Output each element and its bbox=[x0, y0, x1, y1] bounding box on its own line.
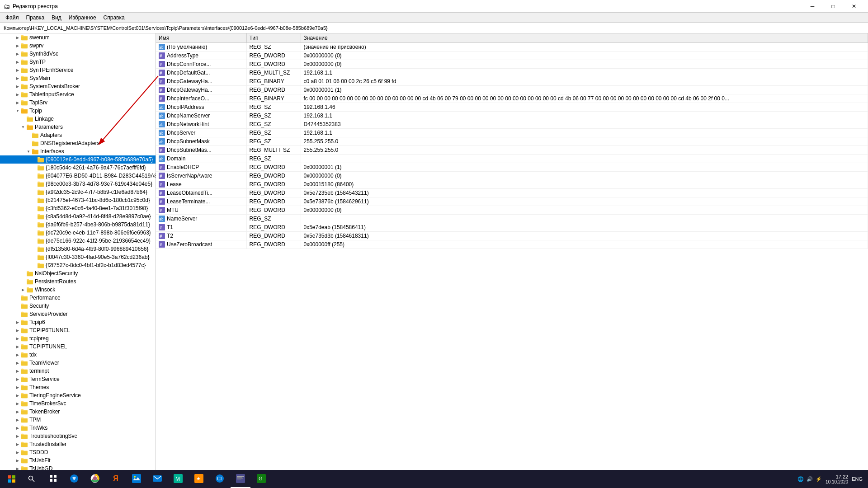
tree-toggle-systemeventsbkr[interactable] bbox=[14, 83, 21, 89]
tree-item-guid6[interactable]: {b21475ef-4673-41bc-8d6c-180cb1c95c0d} bbox=[0, 196, 156, 204]
tree-item-tcpip6[interactable]: Tcpip6 bbox=[0, 318, 156, 326]
table-row[interactable]: ab DhcpIPAddress REG_SZ 192.168.1.46 bbox=[156, 103, 868, 112]
table-row[interactable]: ab DhcpNameServer REG_SZ 192.168.1.1 bbox=[156, 112, 868, 120]
close-button[interactable]: ✕ bbox=[844, 0, 864, 13]
tree-toggle-themes[interactable] bbox=[14, 384, 21, 390]
table-row[interactable]: # EnableDHCP REG_DWORD 0x00000001 (1) bbox=[156, 163, 868, 172]
tree-toggle-tpm[interactable] bbox=[14, 417, 21, 423]
table-row[interactable]: # DhcpSubnetMas... REG_MULTI_SZ 255.255.… bbox=[156, 146, 868, 155]
tree-item-tcpip[interactable]: Tcpip bbox=[0, 107, 156, 115]
yandex-icon[interactable]: Я bbox=[106, 470, 126, 488]
table-row[interactable]: ab Domain REG_SZ bbox=[156, 155, 868, 163]
tree-item-tsddd[interactable]: TSDDD bbox=[0, 448, 156, 456]
tree-item-synth3dvsc[interactable]: Synth3dVsc bbox=[0, 50, 156, 58]
menu-file[interactable]: Файл bbox=[2, 14, 23, 22]
tree-item-guid11[interactable]: {de75c166-922c-41f2-95be-21936654ec49} bbox=[0, 237, 156, 245]
tree-item-nsiobjectsecurity[interactable]: NsiObjectSecurity bbox=[0, 269, 156, 277]
tree-item-guid12[interactable]: {df513580-6d4a-4fb9-80f0-996889410656} bbox=[0, 245, 156, 253]
table-row[interactable]: # LeaseObtainedTi... REG_DWORD 0x5e7235e… bbox=[156, 189, 868, 197]
table-row[interactable]: # IsServerNapAware REG_DWORD 0x00000000 … bbox=[156, 172, 868, 180]
tree-toggle-winsock[interactable] bbox=[20, 286, 26, 293]
tree-toggle-tokenbroker[interactable] bbox=[14, 408, 21, 415]
app-orange-icon[interactable]: ★ bbox=[189, 470, 209, 488]
tree-item-themes[interactable]: Themes bbox=[0, 383, 156, 391]
tree-item-serviceprovider[interactable]: ServiceProvider bbox=[0, 310, 156, 318]
tree-item-tcpiptunnel[interactable]: TCPIPTUNNEL bbox=[0, 343, 156, 351]
tree-toggle-swenum[interactable] bbox=[14, 34, 21, 41]
tree-item-terminpt[interactable]: terminpt bbox=[0, 367, 156, 375]
tree-item-winsock[interactable]: Winsock bbox=[0, 286, 156, 294]
tree-toggle-termservice[interactable] bbox=[14, 376, 21, 382]
table-row[interactable]: # MTU REG_DWORD 0x00000000 (0) bbox=[156, 206, 868, 215]
tree-toggle-synth3dvsc[interactable] bbox=[14, 51, 21, 57]
tree-toggle-syntpenhservice[interactable] bbox=[14, 67, 21, 73]
tree-item-guid1[interactable]: {090012e6-0edd-4967-b08e-585b689e70a5} bbox=[0, 155, 156, 164]
menu-view[interactable]: Вид bbox=[48, 14, 65, 22]
tree-item-guid3[interactable]: {604077E6-BD50-4D11-B984-D283C44519A8} bbox=[0, 172, 156, 180]
table-row[interactable]: ab (По умолчанию) REG_SZ (значение не пр… bbox=[156, 43, 868, 52]
blue-circle-icon[interactable]: Cl bbox=[210, 470, 230, 488]
tree-item-parameters[interactable]: Parameters bbox=[0, 123, 156, 131]
photos-icon[interactable] bbox=[127, 470, 146, 488]
tree-item-tcpipreg[interactable]: tcpipreg bbox=[0, 334, 156, 343]
table-row[interactable]: # LeaseTerminate... REG_DWORD 0x5e73876b… bbox=[156, 197, 868, 206]
table-row[interactable]: # DhcpGatewayHa... REG_BINARY c0 a8 01 0… bbox=[156, 77, 868, 86]
tree-toggle-tabletinputservice[interactable] bbox=[14, 91, 21, 98]
tree-toggle-troubleshootingsvc[interactable] bbox=[14, 433, 21, 439]
table-row[interactable]: # UseZeroBroadcast REG_DWORD 0x000000ff … bbox=[156, 240, 868, 249]
tree-toggle-tcpiptunnel[interactable] bbox=[14, 343, 21, 350]
tree-toggle-tsusbfit[interactable] bbox=[14, 457, 21, 464]
table-row[interactable]: # DhcpGatewayHa... REG_DWORD 0x00000001 … bbox=[156, 86, 868, 94]
search-button[interactable] bbox=[22, 470, 42, 488]
table-row[interactable]: ab DhcpServer REG_SZ 192.168.1.1 bbox=[156, 129, 868, 137]
tree-item-guid9[interactable]: {da6f6fb9-b257-4be3-806b-b9875da81d11} bbox=[0, 221, 156, 229]
chrome-icon[interactable] bbox=[85, 470, 105, 488]
tree-item-syntpenhservice[interactable]: SynTPEnhService bbox=[0, 66, 156, 74]
tree-toggle-timebrokersvc[interactable] bbox=[14, 400, 21, 407]
table-row[interactable]: # T2 REG_DWORD 0x5e735d3b (1584618311) bbox=[156, 232, 868, 240]
tree-toggle-interfaces[interactable] bbox=[25, 148, 32, 155]
tree-toggle-trkwks[interactable] bbox=[14, 425, 21, 431]
tree-item-troubleshootingsvc[interactable]: TroubleshootingSvc bbox=[0, 432, 156, 440]
tree-toggle-teamviewer[interactable] bbox=[14, 360, 21, 366]
table-row[interactable]: # DhcpInterfaceO... REG_BINARY fc 00 00 … bbox=[156, 94, 868, 103]
start-button[interactable] bbox=[2, 470, 22, 488]
tree-item-timebrokersvc[interactable]: TimeBrokerSvc bbox=[0, 399, 156, 408]
tree-item-sysmain[interactable]: SysMain bbox=[0, 74, 156, 82]
table-row[interactable]: # T1 REG_DWORD 0x5e7deab (1584586411) bbox=[156, 223, 868, 232]
tree-item-tabletinputservice[interactable]: TabletInputService bbox=[0, 90, 156, 99]
tree-item-tsusbgd[interactable]: TsUsbGD bbox=[0, 465, 156, 470]
tree-toggle-tapisrv[interactable] bbox=[14, 99, 21, 106]
menu-help[interactable]: Справка bbox=[100, 14, 128, 22]
registry-editor-icon[interactable] bbox=[231, 470, 250, 488]
tree-toggle-tcpip[interactable] bbox=[14, 108, 21, 114]
tree-item-guid4[interactable]: {98ce00e3-3b73-4d78-93e7-619c434e04e5} bbox=[0, 180, 156, 188]
tree-toggle-tsddd[interactable] bbox=[14, 449, 21, 455]
tree-toggle-tdx[interactable] bbox=[14, 352, 21, 358]
tree-toggle-swprv[interactable] bbox=[14, 42, 21, 49]
browser-icon[interactable] bbox=[64, 470, 84, 488]
tree-item-syntp[interactable]: SynTP bbox=[0, 58, 156, 66]
minimize-button[interactable]: ─ bbox=[802, 0, 823, 13]
tree-item-adapters[interactable]: Adapters bbox=[0, 131, 156, 139]
task-view-button[interactable] bbox=[43, 470, 63, 488]
tree-item-swprv[interactable]: swprv bbox=[0, 42, 156, 50]
tree-toggle-tcpip6[interactable] bbox=[14, 319, 21, 325]
tree-item-guid7[interactable]: {c3fd5362-e0c6-4a40-8ee1-7a31f3015f98} bbox=[0, 204, 156, 212]
tree-item-guid5[interactable]: {a9f2dc35-2c9c-47f7-b8b9-c1fe6ad87b64} bbox=[0, 188, 156, 196]
tree-item-tcpip6tunnel[interactable]: TCPIP6TUNNEL bbox=[0, 326, 156, 334]
tree-item-linkage[interactable]: Linkage bbox=[0, 115, 156, 123]
tree-item-tpm[interactable]: TPM bbox=[0, 416, 156, 424]
tree-toggle-parameters[interactable] bbox=[20, 124, 26, 130]
tree-item-trustedinstaller[interactable]: TrustedInstaller bbox=[0, 440, 156, 448]
tree-toggle-syntp[interactable] bbox=[14, 59, 21, 65]
maps-icon[interactable]: M bbox=[168, 470, 188, 488]
tree-item-systemeventsbkr[interactable]: SystemEventsBroker bbox=[0, 82, 156, 90]
maximize-button[interactable]: □ bbox=[823, 0, 844, 13]
tree-item-tdx[interactable]: tdx bbox=[0, 351, 156, 359]
table-row[interactable]: # AddressType REG_DWORD 0x00000000 (0) bbox=[156, 52, 868, 60]
tree-toggle-tsusbgd[interactable] bbox=[14, 465, 21, 470]
table-row[interactable]: # Lease REG_DWORD 0x00015180 (86400) bbox=[156, 180, 868, 189]
tree-item-guid13[interactable]: {f0047c30-3360-4fad-90e5-3a762cd236ab} bbox=[0, 253, 156, 261]
tree-item-teamviewer[interactable]: TeamViewer bbox=[0, 359, 156, 367]
